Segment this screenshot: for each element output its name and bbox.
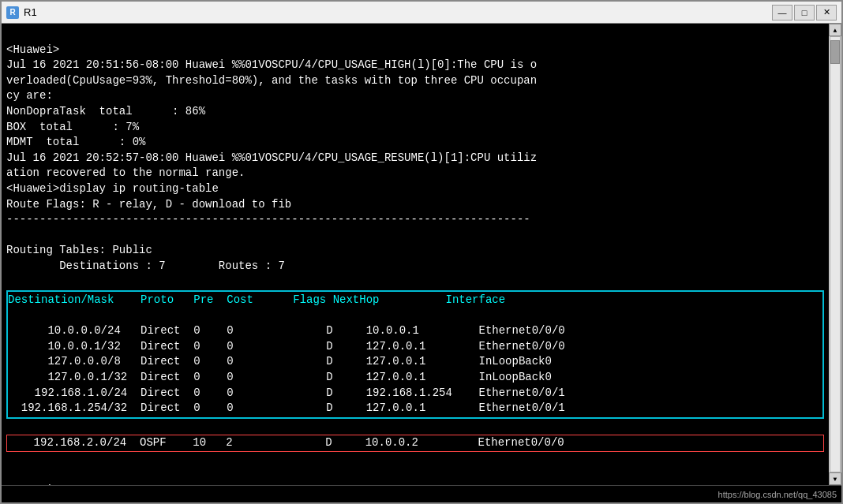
row-7-highlight: 192.168.2.0/24 OSPF 10 2 D 10.0.0.2 Ethe… (6, 435, 824, 452)
line-2: Jul 16 2021 20:51:56-08:00 Huawei %%01VO… (6, 58, 537, 71)
table-header: Destination/Mask Proto Pre Cost Flags Ne… (8, 293, 505, 306)
row-1: 10.0.0.0/24 Direct 0 0 D 10.0.0.1 Ethern… (8, 324, 565, 337)
window-title: R1 (24, 6, 37, 18)
line-9: ation recovered to the normal range. (6, 166, 245, 179)
line-3: verloaded(CpuUsage=93%, Threshold=80%), … (6, 74, 537, 87)
maximize-button[interactable]: □ (794, 5, 815, 21)
title-bar-left: R R1 (6, 6, 37, 19)
scrollbar-thumb[interactable] (830, 40, 840, 64)
scroll-up-button[interactable]: ▲ (829, 24, 841, 36)
line-prompt-1: <Huawei> (6, 43, 59, 56)
line-4: cy are: (6, 89, 53, 102)
line-5: NonDopraTask total : 86% (6, 105, 205, 118)
row-5: 192.168.1.0/24 Direct 0 0 D 192.168.1.25… (8, 386, 565, 399)
status-bar: https://blog.csdn.net/qq_43085 (2, 485, 841, 502)
row-4: 127.0.0.1/32 Direct 0 0 D 127.0.0.1 InLo… (8, 371, 552, 383)
line-14: Routing Tables: Public (6, 244, 152, 256)
line-10: <Huawei>display ip routing-table (6, 182, 219, 195)
app-icon: R (6, 6, 19, 19)
line-6: BOX total : 7% (6, 121, 139, 133)
scrollbar-track[interactable] (830, 36, 841, 472)
line-8: Jul 16 2021 20:52:57-08:00 Huawei %%01VO… (6, 151, 537, 164)
table-wrapper: Destination/Mask Proto Pre Cost Flags Ne… (6, 290, 824, 419)
scroll-down-button[interactable]: ▼ (829, 472, 841, 485)
minimize-button[interactable]: — (772, 5, 792, 21)
terminal-window: R R1 — □ ✕ <Huawei> Jul 16 2021 20:51:56… (0, 0, 843, 504)
scrollbar[interactable]: ▲ ▼ (829, 24, 841, 485)
terminal-output[interactable]: <Huawei> Jul 16 2021 20:51:56-08:00 Huaw… (2, 24, 829, 485)
line-15: Destinations : 7 Routes : 7 (6, 259, 285, 272)
line-11: Route Flags: R - relay, D - download to … (6, 198, 291, 211)
row-2: 10.0.0.1/32 Direct 0 0 D 127.0.0.1 Ether… (8, 340, 565, 353)
line-7: MDMT total : 0% (6, 136, 145, 148)
window-controls: — □ ✕ (772, 5, 837, 21)
row-6: 192.168.1.254/32 Direct 0 0 D 127.0.0.1 … (8, 401, 565, 414)
line-12: ----------------------------------------… (6, 213, 530, 226)
terminal-area: <Huawei> Jul 16 2021 20:51:56-08:00 Huaw… (2, 24, 841, 485)
status-url: https://blog.csdn.net/qq_43085 (718, 490, 837, 499)
title-bar: R R1 — □ ✕ (2, 2, 841, 24)
row-3: 127.0.0.0/8 Direct 0 0 D 127.0.0.1 InLoo… (8, 355, 552, 368)
close-button[interactable]: ✕ (816, 5, 837, 21)
